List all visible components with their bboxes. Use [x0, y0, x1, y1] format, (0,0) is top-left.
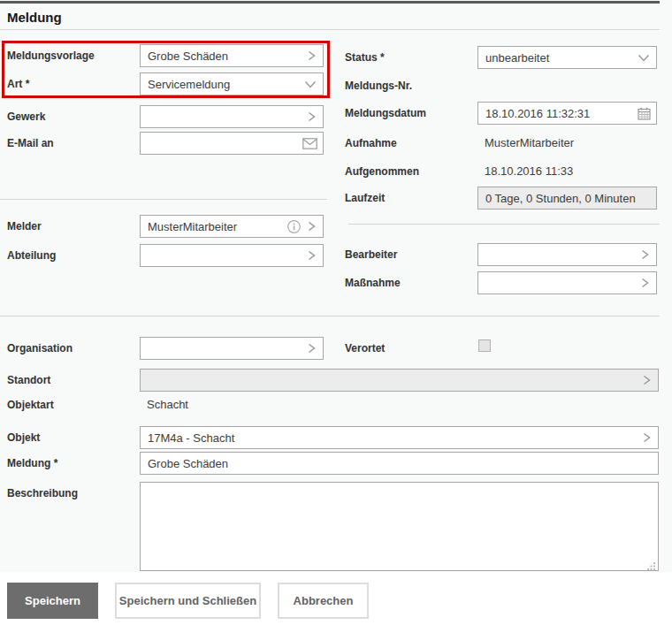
- meldungsdatum-value: 18.10.2016 11:32:31: [485, 107, 634, 120]
- objekt-field[interactable]: 17M4a - Schacht: [140, 426, 659, 449]
- label-art: Art *: [7, 78, 29, 90]
- title-divider: [0, 29, 660, 30]
- middle-section-divider: [0, 316, 660, 316]
- label-gewerk: Gewerk: [7, 111, 45, 123]
- label-meldungs-nr: Meldungs-Nr.: [345, 80, 412, 92]
- label-meldungsvorlage: Meldungsvorlage: [7, 50, 95, 62]
- objektart-value: Schacht: [147, 398, 188, 411]
- chevron-right-icon: [305, 249, 317, 262]
- chevron-down-icon: [303, 78, 317, 90]
- envelope-icon[interactable]: [302, 138, 317, 149]
- right-section-divider: [348, 224, 660, 225]
- chevron-right-icon: [640, 431, 653, 444]
- beschreibung-textarea[interactable]: [140, 482, 659, 571]
- label-melder: Melder: [7, 220, 42, 232]
- chevron-right-icon: [305, 50, 317, 62]
- laufzeit-value: 0 Tage, 0 Stunden, 0 Minuten: [485, 192, 651, 205]
- label-bearbeiter: Bearbeiter: [345, 248, 397, 261]
- chevron-right-icon: [305, 111, 317, 123]
- aufgenommen-value: 18.10.2016 11:33: [485, 164, 573, 178]
- page-title: Meldung: [7, 10, 62, 25]
- label-meldungsdatum: Meldungsdatum: [345, 107, 426, 119]
- meldung-input[interactable]: [140, 452, 659, 475]
- status-dropdown[interactable]: unbearbeitet: [477, 46, 657, 69]
- email-an-field[interactable]: [140, 132, 324, 155]
- left-section-divider: [0, 199, 327, 200]
- status-value: unbearbeitet: [485, 51, 633, 65]
- label-objektart: Objektart: [7, 399, 54, 411]
- abteilung-field[interactable]: [140, 244, 324, 267]
- label-status: Status *: [345, 51, 385, 64]
- chevron-right-icon: [638, 248, 651, 261]
- standort-field: [140, 369, 659, 392]
- label-objekt: Objekt: [7, 431, 40, 444]
- label-laufzeit: Laufzeit: [345, 192, 385, 204]
- label-meldung: Meldung *: [7, 457, 57, 469]
- label-beschreibung: Beschreibung: [7, 487, 78, 499]
- objekt-value: 17M4a - Schacht: [148, 431, 637, 445]
- meldungsdatum-field[interactable]: 18.10.2016 11:32:31: [477, 102, 657, 125]
- gewerk-field[interactable]: [140, 105, 324, 128]
- chevron-right-icon: [305, 342, 317, 354]
- save-and-close-button[interactable]: Speichern und Schließen: [115, 583, 261, 619]
- label-email-an: E-Mail an: [7, 137, 54, 149]
- laufzeit-field: 0 Tage, 0 Stunden, 0 Minuten: [477, 187, 657, 210]
- label-aufgenommen: Aufgenommen: [345, 165, 419, 178]
- meldungsvorlage-field[interactable]: Grobe Schäden: [140, 44, 324, 67]
- melder-value: MusterMitarbeiter: [148, 220, 283, 233]
- aufnahme-value: MusterMitarbeiter: [485, 136, 574, 149]
- chevron-down-icon: [637, 51, 651, 64]
- bearbeiter-field[interactable]: [477, 243, 657, 266]
- label-aufnahme: Aufnahme: [345, 137, 397, 149]
- calendar-icon[interactable]: [638, 107, 651, 120]
- save-button[interactable]: Speichern: [7, 583, 98, 619]
- info-icon[interactable]: [286, 219, 302, 234]
- massnahme-field[interactable]: [477, 271, 657, 294]
- label-standort: Standort: [7, 374, 50, 386]
- chevron-right-icon: [305, 220, 317, 232]
- chevron-right-icon: [638, 277, 651, 289]
- meldung-form-page: Meldung Meldungsvorlage Grobe Schäden Ar…: [0, 0, 672, 625]
- art-value: Servicemeldung: [148, 78, 300, 91]
- label-organisation: Organisation: [7, 342, 73, 354]
- melder-field[interactable]: MusterMitarbeiter: [140, 215, 324, 238]
- chevron-right-icon: [640, 374, 653, 386]
- verortet-checkbox: [478, 339, 491, 352]
- top-border-bar: [0, 1, 660, 4]
- organisation-field[interactable]: [140, 337, 324, 360]
- label-massnahme: Maßnahme: [345, 277, 401, 289]
- meldungsvorlage-value: Grobe Schäden: [148, 50, 302, 63]
- art-dropdown[interactable]: Servicemeldung: [140, 72, 324, 95]
- label-verortet: Verortet: [345, 342, 385, 354]
- label-abteilung: Abteilung: [7, 249, 56, 262]
- cancel-button[interactable]: Abbrechen: [278, 583, 369, 619]
